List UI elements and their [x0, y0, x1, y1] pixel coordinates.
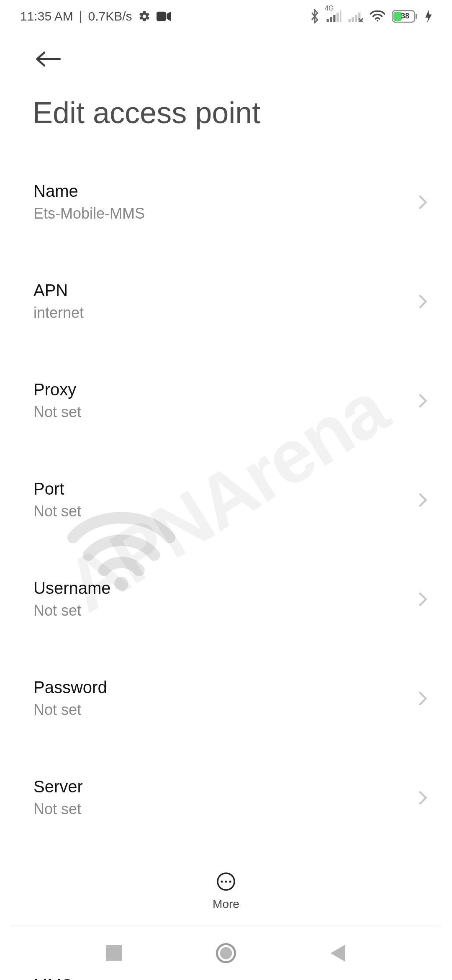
row-label: APN [33, 281, 412, 300]
row-server[interactable]: Server Not set [0, 763, 452, 832]
row-label: Port [33, 480, 412, 498]
more-label: More [201, 897, 251, 911]
svg-rect-1 [157, 12, 166, 21]
row-value: internet [33, 304, 412, 322]
row-label: Proxy [33, 380, 412, 399]
svg-point-18 [229, 880, 231, 882]
status-time: 11:35 AM [20, 9, 73, 23]
row-label: Server [33, 777, 412, 796]
row-value: Not set [33, 403, 412, 421]
chevron-right-icon [419, 791, 427, 805]
svg-rect-13 [416, 14, 417, 19]
arrow-left-icon [35, 50, 61, 70]
signal-nosim-icon [348, 10, 363, 22]
nav-recent-button[interactable] [102, 941, 127, 966]
more-button[interactable]: More [201, 872, 251, 911]
svg-point-11 [377, 20, 378, 21]
status-bar: 11:35 AM | 0.7KB/s 4G [0, 0, 452, 33]
svg-rect-2 [327, 19, 329, 22]
row-value: Not set [33, 503, 412, 520]
svg-rect-5 [336, 13, 339, 22]
chevron-right-icon [419, 493, 427, 507]
svg-rect-7 [349, 19, 351, 22]
wifi-icon [370, 10, 385, 22]
square-icon [106, 945, 122, 961]
svg-point-16 [221, 880, 223, 882]
triangle-left-icon [330, 945, 346, 962]
row-label: Username [33, 579, 412, 598]
gear-icon [138, 10, 151, 23]
chevron-right-icon [419, 195, 427, 209]
row-label: Name [33, 182, 412, 201]
svg-rect-9 [355, 15, 357, 23]
settings-list: Name Ets-Mobile-MMS APN internet Proxy N… [0, 168, 452, 980]
more-horizontal-icon [216, 886, 236, 893]
row-label: Password [33, 678, 412, 697]
svg-rect-8 [352, 17, 354, 22]
row-apn[interactable]: APN internet [0, 267, 452, 336]
chevron-right-icon [419, 890, 427, 904]
row-username[interactable]: Username Not set [0, 565, 452, 634]
video-icon [157, 11, 171, 21]
circle-icon [216, 943, 236, 963]
charging-icon [425, 10, 432, 23]
row-password[interactable]: Password Not set [0, 664, 452, 733]
bluetooth-icon [310, 9, 320, 23]
row-value: Not set [33, 800, 412, 818]
chevron-right-icon [419, 294, 427, 309]
chevron-right-icon [419, 592, 427, 606]
back-button[interactable] [33, 45, 63, 75]
navigation-bar [0, 926, 452, 980]
svg-rect-3 [330, 17, 332, 22]
chevron-right-icon [419, 691, 427, 706]
svg-rect-4 [333, 15, 335, 23]
nav-back-button[interactable] [325, 941, 350, 966]
signal-4g-icon: 4G [326, 10, 342, 22]
svg-rect-6 [340, 10, 342, 22]
svg-rect-14 [393, 12, 402, 21]
row-value: Ets-Mobile-MMS [33, 205, 412, 222]
row-value: Not set [33, 701, 412, 719]
status-sep: | [79, 9, 82, 23]
svg-rect-19 [106, 945, 122, 961]
row-port[interactable]: Port Not set [0, 465, 452, 534]
svg-point-17 [225, 880, 227, 882]
row-value: Not set [33, 602, 412, 619]
nav-home-button[interactable] [213, 941, 239, 966]
battery-icon: 38 [392, 10, 419, 23]
row-name[interactable]: Name Ets-Mobile-MMS [0, 168, 452, 237]
status-speed: 0.7KB/s [88, 9, 132, 23]
chevron-right-icon [419, 394, 427, 408]
svg-point-21 [220, 947, 232, 959]
page-title: Edit access point [33, 95, 260, 130]
row-proxy[interactable]: Proxy Not set [0, 366, 452, 435]
